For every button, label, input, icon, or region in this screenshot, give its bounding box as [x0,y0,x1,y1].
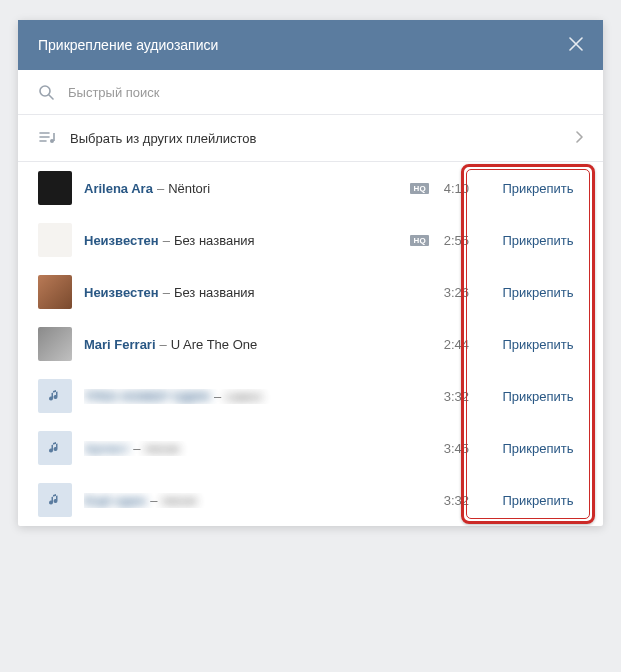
track-duration: 2:55 [437,233,469,248]
hq-badge: HQ [410,235,429,246]
search-row [18,70,603,115]
track-duration: 2:44 [437,337,469,352]
attach-button[interactable]: Прикрепить [493,181,583,196]
track-separator: – [160,337,167,352]
attach-button[interactable]: Прикрепить [493,233,583,248]
track-info: Неизвестен – Без названия [84,233,410,248]
track-info: Mari Ferrari – U Are The One [84,337,437,352]
attach-button[interactable]: Прикрепить [493,285,583,300]
track-row[interactable]: ТРЕК НОМЕР ОДИН – сэмпл3:32Прикрепить [18,370,603,422]
track-row[interactable]: Mari Ferrari – U Are The One2:44Прикрепи… [18,318,603,370]
track-info: Артист – песня [84,441,437,456]
track-row[interactable]: Ещё один – песня3:32Прикрепить [18,474,603,526]
track-artist: Ещё один [84,493,146,508]
track-list-wrap: Arilena Ara – NëntoriHQ4:10ПрикрепитьНеи… [18,162,603,526]
track-row[interactable]: Неизвестен – Без названияHQ2:55Прикрепит… [18,214,603,266]
track-cover [38,223,72,257]
track-list[interactable]: Arilena Ara – NëntoriHQ4:10ПрикрепитьНеи… [18,162,603,526]
track-artist: Неизвестен [84,285,159,300]
hq-badge: HQ [410,183,429,194]
track-separator: – [163,285,170,300]
svg-line-1 [49,95,53,99]
track-artist: Артист [84,441,129,456]
chevron-right-icon [575,131,583,146]
track-row[interactable]: Артист – песня3:45Прикрепить [18,422,603,474]
attach-button[interactable]: Прикрепить [493,337,583,352]
track-separator: – [157,181,164,196]
track-info: Arilena Ara – Nëntori [84,181,410,196]
track-separator: – [150,493,157,508]
attach-button[interactable]: Прикрепить [493,493,583,508]
track-artist: Mari Ferrari [84,337,156,352]
track-info: ТРЕК НОМЕР ОДИН – сэмпл [84,389,437,404]
track-title: Nëntori [168,181,210,196]
track-cover [38,275,72,309]
track-title: U Are The One [171,337,257,352]
track-separator: – [214,389,221,404]
search-icon [38,84,54,100]
modal-header: Прикрепление аудиозаписи [18,20,603,70]
search-input[interactable] [68,85,583,100]
track-duration: 3:45 [437,441,469,456]
track-title: сэмпл [225,389,262,404]
modal-title: Прикрепление аудиозаписи [38,37,218,53]
track-duration: 3:26 [437,285,469,300]
track-title: песня [162,493,197,508]
track-cover [38,327,72,361]
track-title: Без названия [174,233,255,248]
track-row[interactable]: Неизвестен – Без названия3:26Прикрепить [18,266,603,318]
track-duration: 3:32 [437,493,469,508]
track-row[interactable]: Arilena Ara – NëntoriHQ4:10Прикрепить [18,162,603,214]
track-title: Без названия [174,285,255,300]
track-artist: ТРЕК НОМЕР ОДИН [84,389,210,404]
track-separator: – [163,233,170,248]
track-artist: Неизвестен [84,233,159,248]
track-cover [38,379,72,413]
choose-playlist-label: Выбрать из других плейлистов [70,131,575,146]
choose-playlist-row[interactable]: Выбрать из других плейлистов [18,115,603,162]
track-artist: Arilena Ara [84,181,153,196]
close-icon[interactable] [569,36,583,54]
track-title: песня [144,441,179,456]
track-duration: 3:32 [437,389,469,404]
track-info: Ещё один – песня [84,493,437,508]
track-cover [38,431,72,465]
track-separator: – [133,441,140,456]
attach-button[interactable]: Прикрепить [493,441,583,456]
playlist-icon [38,129,56,147]
track-duration: 4:10 [437,181,469,196]
attach-button[interactable]: Прикрепить [493,389,583,404]
track-info: Неизвестен – Без названия [84,285,437,300]
track-cover [38,483,72,517]
attach-audio-modal: Прикрепление аудиозаписи Выбрать из друг… [18,20,603,526]
track-cover [38,171,72,205]
